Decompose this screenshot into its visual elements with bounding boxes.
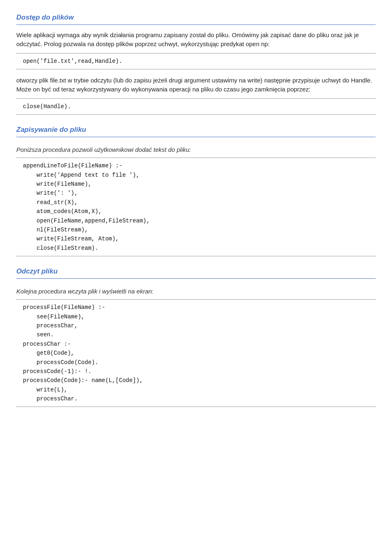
section-divider-odczyt bbox=[16, 278, 376, 279]
code-close-handle: close(Handle). bbox=[16, 98, 376, 115]
code-append-line-to-file: appendLineToFile(FileName) :- write('App… bbox=[16, 158, 376, 256]
paragraph-intro-dostep: Wiele aplikacji wymaga aby wynik działan… bbox=[16, 31, 376, 49]
section-divider-dostep bbox=[16, 24, 376, 25]
paragraph-intro-zapisywanie: Poniższa procedura pozwoli użytkownikowi… bbox=[16, 145, 376, 155]
section-heading-odczyt: Odczyt pliku bbox=[16, 266, 376, 277]
section-divider-zapisywanie bbox=[16, 137, 376, 137]
section-heading-zapisywanie: Zapisywanie do pliku bbox=[16, 124, 376, 135]
code-process-file: processFile(FileName) :- see(FileName), … bbox=[16, 299, 376, 407]
subsection-odczyt-header: Odczyt pliku bbox=[16, 266, 376, 279]
paragraph-body-dostep: otworzy plik file.txt w trybie odczytu (… bbox=[16, 76, 376, 94]
paragraph-intro-odczyt: Kolejna procedura wczyta plik i wyświetl… bbox=[16, 287, 376, 296]
code-open-file: open('file.txt',read,Handle). bbox=[16, 53, 376, 69]
subsection-zapisywanie-header: Zapisywanie do pliku bbox=[16, 124, 376, 137]
section-zapisywanie: Zapisywanie do pliku Poniższa procedura … bbox=[16, 124, 376, 256]
section-odczyt: Odczyt pliku Kolejna procedura wczyta pl… bbox=[16, 266, 376, 407]
section-dostep-do-plikow: Dostęp do plików Wiele aplikacji wymaga … bbox=[16, 12, 376, 115]
section-heading-dostep: Dostęp do plików bbox=[16, 12, 376, 23]
